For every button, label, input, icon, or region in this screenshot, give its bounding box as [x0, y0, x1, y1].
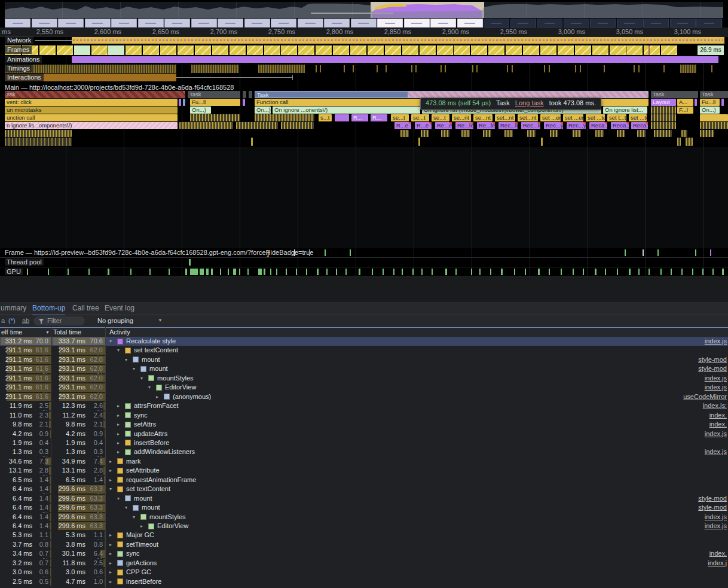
expand-closed-icon[interactable]: ▸	[140, 523, 143, 529]
expand-closed-icon[interactable]: ▸	[117, 431, 120, 437]
flame-block[interactable]: set...nt	[495, 114, 515, 121]
tab-ummary[interactable]: ummary	[1, 302, 26, 315]
source-link[interactable]: useCodeMirror	[683, 393, 727, 400]
sort-descending-icon[interactable]: ▼	[45, 330, 50, 334]
expand-open-icon[interactable]: ▾	[133, 514, 135, 520]
flame-block[interactable]: On...)	[255, 106, 271, 114]
flame-block[interactable]: On...)	[190, 106, 211, 114]
filmstrip-thumbnail[interactable]	[5, 19, 30, 28]
frame-segment[interactable]	[644, 45, 660, 55]
flame-block[interactable]	[527, 130, 536, 137]
flame-block[interactable]	[281, 122, 314, 129]
tab-call-tree[interactable]: Call tree	[72, 302, 99, 315]
source-link[interactable]: index.j	[708, 559, 727, 566]
flame-block[interactable]: se...t	[391, 114, 409, 121]
frame-segment[interactable]	[298, 45, 314, 55]
flame-block[interactable]: set ...tent	[629, 114, 647, 121]
flame-block[interactable]	[441, 130, 449, 137]
frame-segment[interactable]	[575, 45, 591, 55]
filmstrip-thumbnail[interactable]	[32, 19, 57, 28]
expand-closed-icon[interactable]: ▸	[117, 440, 120, 446]
expand-open-icon[interactable]: ▾	[109, 486, 112, 492]
flame-block[interactable]	[418, 138, 420, 146]
filmstrip-thumbnail[interactable]	[643, 19, 669, 28]
frame-segment[interactable]	[402, 45, 418, 55]
frame-segment[interactable]	[143, 45, 159, 55]
source-link[interactable]: index.	[709, 421, 727, 428]
frame-segment[interactable]	[385, 45, 401, 55]
source-link[interactable]: index.js	[705, 513, 727, 520]
flame-block[interactable]	[617, 130, 625, 137]
table-row[interactable]: 291.1 ms61.6 %293.1 ms62.0 %▾mountStyles…	[0, 374, 728, 383]
filmstrip-thumbnail[interactable]	[617, 19, 643, 28]
table-row[interactable]: 291.1 ms61.6 %293.1 ms62.0 %▾EditorViewi…	[0, 383, 728, 392]
flame-block[interactable]	[654, 130, 672, 137]
grouping-select[interactable]: No grouping	[97, 317, 133, 324]
frame-segment[interactable]	[610, 45, 626, 55]
filmstrip-thumbnail[interactable]	[271, 19, 296, 28]
flame-block[interactable]	[421, 130, 429, 137]
table-row[interactable]: 291.1 ms61.6 %293.1 ms62.0 %▸(anonymous)…	[0, 392, 728, 401]
table-row[interactable]: 6.4 ms1.4 %299.6 ms63.3 %▾mountStylesind…	[0, 513, 728, 522]
frame-segment[interactable]	[454, 45, 470, 55]
flame-block[interactable]: se...t	[432, 114, 449, 121]
table-row[interactable]: 11.0 ms2.3 %11.2 ms2.4 %▸syncindex.	[0, 411, 728, 420]
flame-block[interactable]	[637, 130, 646, 137]
table-row[interactable]: 3.4 ms0.7 %30.1 ms6.4 %▸syncindex.	[0, 549, 728, 558]
frame-segment[interactable]	[471, 45, 487, 55]
flame-block[interactable]: n ignore lis...omponents\/)	[5, 122, 178, 129]
flame-block[interactable]	[677, 138, 681, 146]
total-time-header[interactable]: Total time	[53, 328, 81, 336]
frame-idle-segment[interactable]	[108, 45, 124, 55]
flame-block[interactable]	[179, 99, 181, 106]
table-row[interactable]: 1.3 ms0.3 %1.3 ms0.3 %▸addWindowListener…	[0, 447, 728, 456]
source-link[interactable]: index.js	[705, 448, 727, 455]
frame-segment[interactable]	[212, 45, 228, 55]
flame-block[interactable]	[183, 99, 185, 106]
flame-block[interactable]: Rec...le	[521, 122, 540, 129]
expand-open-icon[interactable]: ▾	[125, 505, 127, 510]
flame-block[interactable]: R...	[351, 114, 368, 121]
filmstrip-thumbnail[interactable]	[564, 19, 589, 28]
flame-block[interactable]: set t...tent	[607, 114, 626, 121]
time-ruler[interactable]: ms 2,550 ms2,600 ms2,650 ms2,700 ms2,750…	[0, 28, 728, 36]
expand-open-icon[interactable]: ▾	[140, 376, 143, 381]
main-thread-title[interactable]: Main — http://localhost:3000/projects/bd…	[5, 84, 234, 91]
flame-block[interactable]	[179, 122, 233, 129]
filmstrip-thumbnail[interactable]	[457, 19, 483, 28]
flame-block[interactable]: ask	[5, 91, 185, 98]
frame-segment[interactable]	[247, 45, 263, 55]
filmstrip-thumbnail[interactable]	[696, 19, 722, 28]
flame-block[interactable]	[681, 130, 687, 137]
expand-closed-icon[interactable]: ▸	[109, 560, 112, 566]
flame-block[interactable]	[700, 122, 728, 129]
expand-closed-icon[interactable]: ▸	[109, 532, 112, 538]
expand-closed-icon[interactable]: ▸	[109, 579, 112, 584]
frame-segment[interactable]	[350, 45, 366, 55]
frame-segment[interactable]	[195, 45, 211, 55]
chevron-down-icon[interactable]: ▼	[158, 318, 163, 323]
frame-segment[interactable]	[437, 45, 453, 55]
flame-block[interactable]	[651, 114, 676, 121]
flame-block[interactable]: Rec...yle	[544, 122, 563, 129]
table-row[interactable]: 291.1 ms61.6 %293.1 ms62.0 %▾mountstyle-…	[0, 364, 728, 373]
flame-block[interactable]	[595, 130, 604, 137]
flame-block[interactable]	[573, 130, 581, 137]
flame-block[interactable]	[700, 130, 714, 137]
table-row[interactable]: 13.1 ms2.8 %13.1 ms2.8 %▸setAttribute	[0, 466, 728, 475]
flame-block[interactable]: Layout	[651, 99, 676, 106]
flame-block[interactable]: Re...le	[477, 122, 495, 129]
flame-block[interactable]	[335, 114, 349, 121]
flame-block[interactable]	[5, 138, 72, 146]
table-row[interactable]: 1.9 ms0.4 %1.9 ms0.4 %▸insertBefore	[0, 438, 728, 447]
expand-open-icon[interactable]: ▾	[109, 339, 112, 344]
source-link[interactable]: index.	[709, 550, 727, 557]
flame-block[interactable]: set...nt	[518, 114, 538, 121]
filmstrip-thumbnail[interactable]	[218, 19, 243, 28]
expand-closed-icon[interactable]: ▸	[117, 413, 120, 418]
flame-block[interactable]: Re...le	[455, 122, 473, 129]
flame-block[interactable]	[550, 130, 558, 137]
flame-block[interactable]: un microtasks	[5, 106, 178, 114]
regex-option[interactable]: (*)	[8, 317, 16, 324]
flame-block[interactable]	[651, 122, 676, 129]
